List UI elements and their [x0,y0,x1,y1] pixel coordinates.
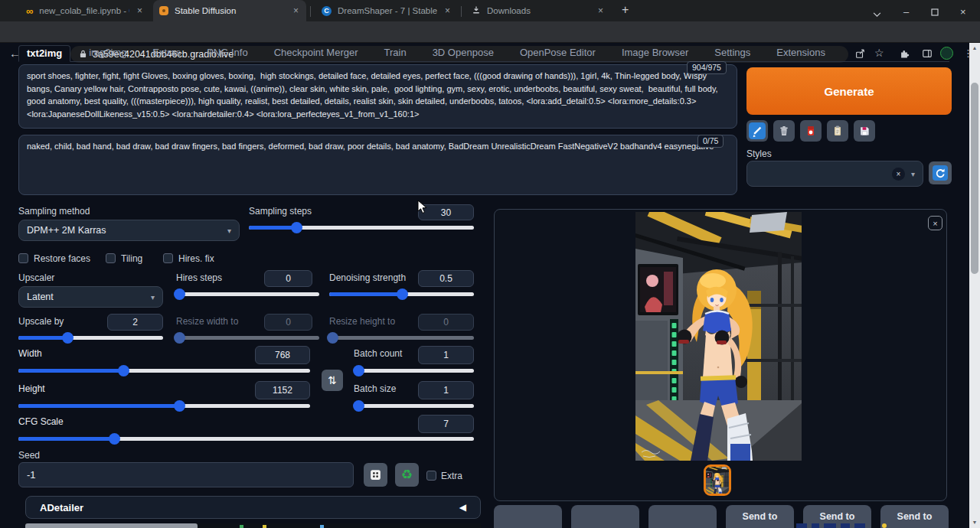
swap-width-height-button[interactable]: ⇅ [322,370,343,391]
nav-tab[interactable]: Train [377,45,414,61]
denoising-strength-input[interactable]: 0.5 [418,270,474,287]
cropped-partial-section [25,523,481,528]
batch-size-slider[interactable] [354,400,474,412]
prompt-textarea[interactable]: sport shoes, fighter, fight, fight Glove… [18,64,737,129]
restore-faces-checkbox[interactable] [18,253,28,263]
chevron-down-icon: ▾ [151,293,155,301]
sampling-steps-slider[interactable] [249,222,474,233]
nav-tab[interactable]: PNG Info [199,45,255,61]
gallery-action-button[interactable] [494,505,562,528]
browser-tab-title: Downloads [487,6,590,15]
denoising-strength-label: Denoising strength [329,272,406,283]
chevron-down-icon[interactable]: ▾ [911,170,915,178]
nav-tab[interactable]: Settings [707,45,758,61]
accordion-collapsed-icon: ◀ [459,502,466,513]
application-window: ∞ new_colab_file.ipynb - Colaborat × Sta… [0,0,980,528]
height-input[interactable]: 1152 [255,381,310,399]
browser-tab-strip: ∞ new_colab_file.ipynb - Colaborat × Sta… [0,0,980,21]
restore-faces-label: Restore faces [34,253,90,264]
gallery-action-button[interactable] [648,505,717,528]
generate-button[interactable]: Generate [746,67,952,115]
sampling-method-dropdown[interactable]: DPM++ 2M Karras ▾ [18,220,240,241]
cfg-scale-slider[interactable] [18,433,474,445]
nav-tab[interactable]: Checkpoint Merger [266,45,366,61]
nav-tab[interactable]: Extras [145,45,188,61]
cfg-scale-input[interactable]: 7 [418,415,474,433]
nav-tab[interactable]: img2img [81,45,134,61]
styles-dropdown[interactable]: × ▾ [746,161,923,187]
scrollbar-thumb[interactable] [971,83,978,274]
denoising-strength-slider[interactable] [329,288,474,300]
seed-label: Seed [18,450,40,461]
output-gallery-panel: × [494,209,947,501]
scrollbar-down-arrow[interactable]: ▼ [969,517,980,528]
adetailer-accordion[interactable]: ADetailer ◀ [25,496,481,519]
nav-tab[interactable]: txt2img [18,45,70,62]
negative-prompt-textarea[interactable]: naked, child, bad hand, bad draw, bad dr… [18,135,737,195]
gallery-thumbnail-selected[interactable] [704,464,731,496]
height-slider[interactable] [18,400,310,412]
browser-tab-title: new_colab_file.ipynb - Colaborat [39,6,129,15]
width-input[interactable]: 768 [255,346,310,364]
resize-width-to-label: Resize width to [176,316,238,327]
styles-clear-icon[interactable]: × [892,168,905,181]
browser-tab-title: Stable Diffusion [175,6,286,15]
window-minimize-button[interactable]: – [903,6,909,18]
tab-close-icon[interactable]: × [596,5,605,16]
sampling-method-value: DPM++ 2M Karras [27,225,106,236]
hires-steps-slider[interactable] [176,288,319,300]
browser-tab-stable-diffusion[interactable]: Stable Diffusion × [153,0,306,21]
hires-fix-label: Hires. fix [178,253,214,264]
tab-search-chevron-icon[interactable] [873,8,881,20]
resize-height-to-slider [329,332,474,344]
browser-tab-civitai[interactable]: C DreamShaper - 7 | Stable Diffusio × [315,0,458,21]
window-close-button[interactable]: × [960,6,966,18]
resize-height-to-input: 0 [418,314,474,331]
width-slider[interactable] [18,365,310,376]
upscale-by-slider[interactable] [18,332,163,344]
browser-tab-downloads[interactable]: Downloads × [466,0,611,21]
upscale-by-input[interactable]: 2 [107,314,163,331]
scrollbar-up-arrow[interactable]: ▲ [969,43,980,54]
gallery-action-button[interactable] [571,505,639,528]
upscaler-dropdown[interactable]: Latent ▾ [18,286,163,308]
nav-tab[interactable]: 3D Openpose [425,45,501,61]
batch-size-input[interactable]: 1 [418,381,474,399]
sampling-steps-label: Sampling steps [249,206,312,217]
tiling-checkbox[interactable] [106,253,116,263]
apply-styles-clipboard-button[interactable] [827,120,848,142]
hires-fix-checkbox[interactable] [163,253,173,263]
save-style-floppy-button[interactable] [854,120,875,142]
seed-input[interactable]: -1 [18,462,354,487]
gradio-tab-bar: txt2img img2img Extras PNG Info Checkpoi… [18,45,949,62]
mouse-cursor [417,200,428,218]
extra-seed-checkbox[interactable] [426,471,436,481]
paste-parameters-button[interactable] [746,120,768,142]
clear-prompt-trash-button[interactable] [773,120,795,142]
nav-tab[interactable]: OpenPose Editor [512,45,603,61]
reuse-seed-recycle-button[interactable]: ♻ [395,463,419,487]
page-scrollbar[interactable]: ▲ ▼ [969,43,980,528]
upscaler-label: Upscaler [18,272,54,283]
cfg-scale-label: CFG Scale [18,416,64,427]
generated-image[interactable] [635,212,802,461]
hires-steps-input[interactable]: 0 [264,270,312,287]
window-restore-button[interactable] [931,7,939,18]
nav-tab[interactable]: Image Browser [614,45,696,61]
random-seed-dice-button[interactable] [364,463,387,487]
extra-networks-card-button[interactable] [800,120,822,142]
tab-close-icon[interactable]: × [443,5,452,16]
browser-tab-colab[interactable]: ∞ new_colab_file.ipynb - Colaborat × [20,0,150,21]
gallery-close-button[interactable]: × [928,216,942,230]
gallery-action-label: Send to [880,511,949,522]
gallery-action-button[interactable]: Send to [726,505,794,528]
batch-count-slider[interactable] [354,365,474,376]
new-tab-button[interactable]: + [622,3,629,17]
batch-count-input[interactable]: 1 [418,346,474,364]
styles-label: Styles [746,148,772,159]
tab-close-icon[interactable]: × [136,5,144,16]
browser-toolbar: ← → 3a59ec42041dbb46cb.gradio.live ☆ ⋮ [0,21,980,43]
refresh-styles-button[interactable] [929,161,952,184]
nav-tab[interactable]: Extensions [769,45,833,61]
tab-close-icon[interactable]: × [292,5,300,16]
